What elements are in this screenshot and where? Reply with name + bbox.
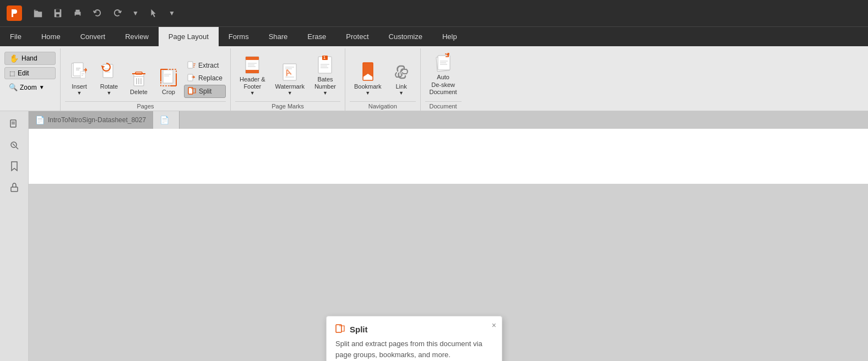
pages-small-group: Extract Replace Spli (184, 59, 226, 98)
tab-1-label: IntroToNitroSign-Datasheet_8027 (48, 116, 146, 124)
tooltip-body: Split and extract pages from this docume… (335, 338, 493, 360)
svg-rect-33 (246, 57, 259, 60)
pages-group-label: Pages (65, 101, 226, 110)
bookmark-dropdown: ▼ (365, 90, 370, 96)
doc-area: 📄 IntroToNitroSign-Datasheet_8027 📄 (29, 111, 868, 361)
tooltip-title: Split (335, 324, 493, 334)
redo-button[interactable] (109, 6, 126, 20)
crop-button[interactable]: Crop (154, 65, 183, 98)
rotate-dropdown-arrow: ▼ (107, 90, 112, 96)
quick-access-dropdown[interactable]: ▼ (165, 7, 178, 19)
navigation-group-label: Navigation (350, 101, 416, 110)
page-thumbnail-icon[interactable] (6, 116, 23, 133)
bates-number-button[interactable]: 1 BatesNumber ▼ (310, 53, 340, 98)
menu-item-review[interactable]: Review (115, 27, 159, 46)
svg-rect-25 (163, 70, 173, 83)
svg-rect-30 (188, 74, 193, 81)
header-footer-button[interactable]: Header &Footer ▼ (235, 53, 269, 98)
bookmark-icon (358, 62, 378, 82)
sidebar-left (0, 111, 29, 361)
menu-item-customize[interactable]: Customize (379, 27, 432, 46)
tab-1-icon: 📄 (35, 116, 45, 124)
bookmark-label: Bookmark (354, 83, 382, 90)
menu-item-erase[interactable]: Erase (297, 27, 336, 46)
bates-dropdown: ▼ (323, 90, 328, 96)
zoom-tool-button[interactable]: 🔍 Zoom ▼ (4, 81, 56, 93)
page-marks-group-label: Page Marks (235, 101, 340, 110)
insert-dropdown-arrow: ▼ (77, 90, 82, 96)
delete-button[interactable]: Delete (124, 65, 153, 98)
extract-label: Extract (198, 62, 219, 69)
pages-group-content: Insert ▼ Rotat (65, 51, 226, 100)
lock-sidebar-icon[interactable] (6, 178, 23, 196)
hand-tool-button[interactable]: ✋ Hand (4, 52, 56, 65)
ribbon: ✋ Hand ⬚ Edit 🔍 Zoom ▼ (0, 46, 868, 111)
menu-bar: File Home Convert Review Page Layout For… (0, 26, 868, 46)
link-icon (392, 62, 411, 82)
save-button[interactable] (50, 6, 66, 20)
insert-button[interactable]: Insert ▼ (65, 60, 94, 98)
rotate-button[interactable]: Rotate ▼ (95, 60, 123, 98)
link-button[interactable]: Link ▼ (387, 60, 416, 98)
svg-rect-4 (75, 10, 79, 12)
main-area: 📄 IntroToNitroSign-Datasheet_8027 📄 (0, 111, 868, 361)
menu-item-home[interactable]: Home (31, 27, 70, 46)
undo-button[interactable] (89, 6, 106, 20)
header-footer-dropdown: ▼ (250, 90, 255, 96)
svg-rect-1 (56, 9, 59, 12)
extract-button[interactable]: Extract (184, 59, 226, 72)
tab-bar: 📄 IntroToNitroSign-Datasheet_8027 📄 (29, 111, 868, 129)
svg-line-60 (16, 147, 18, 149)
watermark-button[interactable]: A Watermark ▼ (271, 60, 309, 98)
watermark-label: Watermark (275, 83, 305, 90)
delete-label: Delete (130, 89, 148, 96)
replace-button[interactable]: Replace (184, 72, 226, 84)
link-dropdown: ▼ (399, 90, 404, 96)
open-button[interactable] (30, 6, 46, 20)
insert-icon (69, 62, 89, 82)
navigation-group-content: Bookmark ▼ Link ▼ (350, 51, 416, 100)
header-footer-label: Header &Footer (240, 76, 265, 90)
split-button[interactable]: Split (184, 85, 226, 98)
menu-item-protect[interactable]: Protect (336, 27, 378, 46)
print-button[interactable] (69, 6, 86, 20)
replace-label: Replace (198, 74, 223, 82)
auto-deskew-icon (433, 53, 453, 73)
split-label: Split (199, 87, 211, 95)
tab-1[interactable]: 📄 IntroToNitroSign-Datasheet_8027 (29, 111, 153, 129)
svg-rect-62 (11, 187, 18, 192)
svg-rect-34 (246, 70, 259, 73)
delete-icon (129, 68, 149, 87)
hand-icon: ✋ (9, 54, 19, 63)
bookmark-sidebar-icon[interactable] (6, 157, 23, 175)
page-marks-group-content: Header &Footer ▼ A Watermark (235, 51, 340, 100)
svg-rect-29 (188, 62, 193, 68)
tab-2-icon: 📄 (160, 116, 169, 124)
search-sidebar-icon[interactable] (6, 136, 23, 154)
edit-tool-button[interactable]: ⬚ Edit (4, 67, 56, 79)
bookmark-button[interactable]: Bookmark ▼ (350, 60, 386, 98)
document-group-label: Document (425, 101, 462, 110)
menu-item-forms[interactable]: Forms (219, 27, 259, 46)
doc-content: Split Split and extract pages from this … (29, 129, 868, 361)
crop-label: Crop (162, 89, 175, 96)
menu-item-help[interactable]: Help (432, 27, 467, 46)
left-tools-panel: ✋ Hand ⬚ Edit 🔍 Zoom ▼ (0, 48, 61, 111)
tab-2[interactable]: 📄 (153, 111, 180, 129)
app-logo (7, 6, 22, 21)
menu-item-convert[interactable]: Convert (70, 27, 116, 46)
tooltip-split-icon (335, 324, 345, 334)
menu-item-page-layout[interactable]: Page Layout (159, 27, 219, 46)
dropdown-arrow[interactable]: ▼ (129, 7, 142, 19)
svg-text:1: 1 (323, 56, 326, 59)
svg-line-61 (13, 144, 15, 146)
auto-deskew-button[interactable]: AutoDe-skewDocument (425, 51, 462, 98)
bates-number-icon: 1 (315, 55, 335, 75)
menu-item-share[interactable]: Share (259, 27, 298, 46)
svg-point-52 (447, 53, 449, 55)
tooltip-close-button[interactable]: × (492, 321, 496, 330)
watermark-icon: A (280, 62, 300, 82)
menu-item-file[interactable]: File (0, 27, 31, 46)
cursor-tool-button[interactable] (145, 6, 162, 20)
document-group: AutoDe-skewDocument Document (421, 48, 466, 111)
